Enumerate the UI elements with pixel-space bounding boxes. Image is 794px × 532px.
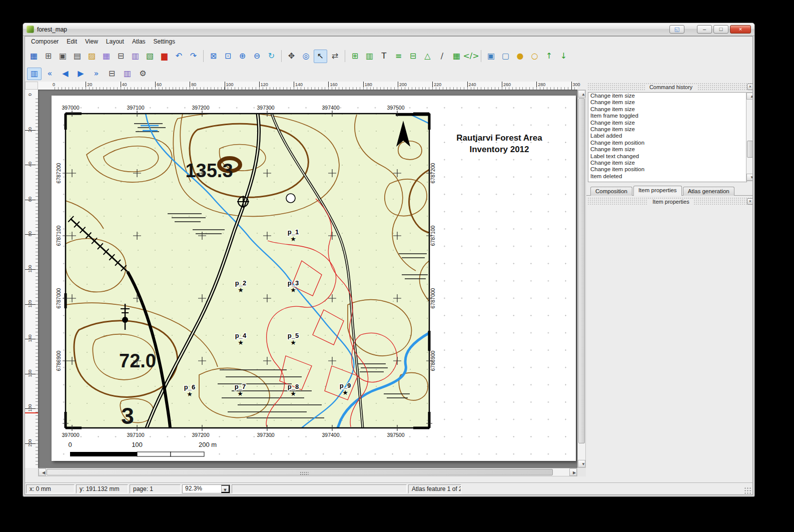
composition-page[interactable]: 135.3 72.0 3 Rautjarvi Forest Area Inven…: [52, 96, 576, 461]
menu-layout[interactable]: Layout: [102, 37, 128, 47]
zoom-full-button[interactable]: ⊠: [207, 50, 220, 63]
history-item[interactable]: Change item size: [588, 160, 746, 166]
export-svg-button[interactable]: ▧: [143, 50, 157, 63]
item-properties-title: Item properties: [648, 199, 693, 205]
ruler-top-label: 20: [87, 82, 92, 87]
add-html-frame-button[interactable]: </>: [464, 50, 478, 63]
export-image-button[interactable]: ▥: [129, 50, 142, 63]
add-new-map-button[interactable]: ⊞: [348, 50, 362, 63]
pan-button[interactable]: ✥: [285, 50, 298, 63]
vertical-scroll-thumb[interactable]: [578, 98, 585, 443]
status-x-position: x: 0 mm: [26, 484, 75, 493]
add-new-scalebar-button[interactable]: ⊟: [406, 50, 420, 63]
scroll-up-icon[interactable]: ▲: [746, 93, 753, 100]
scroll-down-icon[interactable]: ▼: [578, 460, 585, 467]
atlas-next-feature-button[interactable]: ▶: [74, 68, 88, 80]
export-pdf-button[interactable]: ▆: [158, 50, 171, 63]
menu-composer[interactable]: Composer: [27, 37, 63, 47]
load-from-template-button[interactable]: ▨: [85, 50, 99, 63]
add-basic-shape-button[interactable]: △: [421, 50, 434, 63]
save-project-button[interactable]: ▦: [27, 50, 41, 63]
maximize-button[interactable]: □: [713, 25, 728, 34]
print-button[interactable]: ⊟: [114, 50, 128, 63]
history-item[interactable]: Change item size: [588, 146, 746, 153]
scroll-right-icon[interactable]: ▶: [569, 468, 577, 476]
add-image-button[interactable]: ▥: [363, 50, 376, 63]
tab-item-properties[interactable]: Item properties: [633, 186, 682, 196]
scroll-left-icon[interactable]: ◀: [39, 468, 46, 476]
add-new-label-button[interactable]: T: [377, 50, 391, 63]
scroll-down-icon[interactable]: ▼: [746, 174, 753, 181]
tab-composition[interactable]: Composition: [590, 187, 632, 196]
zoom-level-value: 92.3%: [183, 484, 221, 493]
history-item[interactable]: Change item size: [588, 120, 746, 126]
ruler-top-label: 180: [365, 82, 372, 87]
history-item[interactable]: Change item size: [588, 126, 746, 133]
atlas-first-feature-button[interactable]: «: [43, 68, 57, 80]
scroll-up-icon[interactable]: ▲: [578, 90, 585, 98]
duplicate-composer-button[interactable]: ▣: [56, 50, 70, 63]
canvas-horizontal-scrollbar[interactable]: ◀ ▶: [38, 468, 577, 476]
new-composer-button[interactable]: ⊞: [42, 50, 55, 63]
ruler-top-label: 280: [538, 82, 545, 87]
zoom-actual-button[interactable]: ⊡: [221, 50, 235, 63]
horizontal-scroll-thumb[interactable]: [47, 469, 553, 475]
chevron-down-icon[interactable]: ▼: [221, 485, 230, 493]
lower-items-button[interactable]: ↓: [557, 50, 570, 63]
unlock-all-button[interactable]: ○: [528, 50, 541, 63]
title-bar[interactable]: forest_map ◱ – □ ×: [23, 23, 754, 36]
history-item[interactable]: Item deleted: [588, 173, 746, 180]
select-move-item-button[interactable]: ↖: [314, 50, 327, 63]
zoom-in-button[interactable]: ⊕: [236, 50, 249, 63]
canvas-vertical-scrollbar[interactable]: ▲ ▼: [577, 90, 586, 468]
history-scroll-thumb[interactable]: [747, 141, 753, 158]
add-attribute-table-button[interactable]: ▦: [450, 50, 463, 63]
move-item-content-button[interactable]: ⇄: [328, 50, 342, 63]
ruler-left[interactable]: 020406080100120140160180200: [25, 90, 39, 468]
raise-items-button[interactable]: ↑: [542, 50, 556, 63]
map-coord-label: 6787000: [56, 288, 62, 308]
history-item[interactable]: Change item position: [588, 140, 746, 146]
atlas-preview-button[interactable]: ▥: [27, 68, 42, 80]
ungroup-items-button[interactable]: ▢: [499, 50, 512, 63]
lock-items-button[interactable]: ●: [513, 50, 527, 63]
atlas-last-feature-button[interactable]: »: [89, 68, 104, 80]
print-atlas-button[interactable]: ⊟: [105, 68, 119, 80]
group-items-button[interactable]: ▣: [484, 50, 498, 63]
menu-edit[interactable]: Edit: [63, 37, 81, 47]
history-item[interactable]: Change item size: [588, 99, 746, 106]
export-atlas-button[interactable]: ▥: [120, 68, 135, 80]
menu-settings[interactable]: Settings: [150, 37, 179, 47]
add-arrow-button[interactable]: ∕: [435, 50, 449, 63]
history-item[interactable]: Label text changed: [588, 153, 746, 160]
window-resize-grip[interactable]: [744, 487, 751, 494]
refresh-view-button[interactable]: ↻: [265, 50, 278, 63]
history-item[interactable]: Change item position: [588, 166, 746, 173]
close-button[interactable]: ×: [730, 25, 751, 34]
composer-manager-button[interactable]: ▤: [71, 50, 84, 63]
minimize-button[interactable]: –: [697, 25, 712, 34]
close-icon[interactable]: ×: [747, 198, 753, 205]
save-as-template-button[interactable]: ▦: [100, 50, 113, 63]
tab-atlas-generation[interactable]: Atlas generation: [683, 187, 734, 196]
menu-atlas[interactable]: Atlas: [128, 37, 150, 47]
add-new-legend-button[interactable]: ≡: [392, 50, 405, 63]
atlas-previous-feature-button[interactable]: ◀: [58, 68, 73, 80]
zoom-tool-button[interactable]: ◎: [299, 50, 313, 63]
zoom-out-button[interactable]: ⊖: [250, 50, 264, 63]
command-history-scrollbar[interactable]: ▲ ▼: [746, 92, 753, 181]
atlas-settings-button[interactable]: ⚙: [136, 68, 150, 80]
history-item[interactable]: Item frame toggled: [588, 113, 746, 119]
history-item[interactable]: Label added: [588, 133, 746, 139]
close-icon[interactable]: ×: [747, 84, 753, 90]
ruler-top-label: 60: [157, 82, 162, 87]
composition-canvas[interactable]: 135.3 72.0 3 Rautjarvi Forest Area Inven…: [38, 90, 577, 468]
history-item[interactable]: Change item size: [588, 106, 746, 113]
ruler-top[interactable]: 0204060801001201401601802002202402602803…: [38, 82, 577, 90]
history-item[interactable]: Change item size: [588, 93, 746, 99]
redo-button[interactable]: ↷: [187, 50, 200, 63]
undo-button[interactable]: ↶: [172, 50, 186, 63]
dock-window-button[interactable]: ◱: [669, 25, 684, 34]
zoom-level-combobox[interactable]: 92.3% ▼: [182, 484, 230, 493]
menu-view[interactable]: View: [81, 37, 102, 47]
